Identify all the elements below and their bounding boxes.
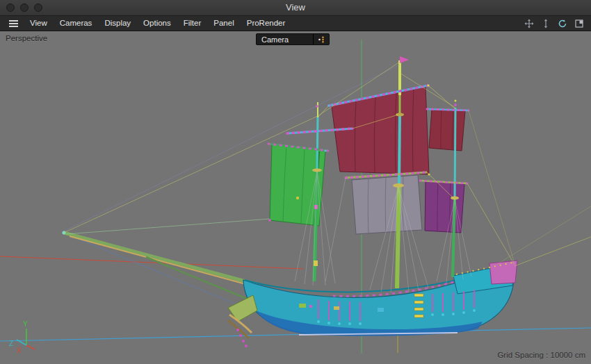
viewport-menubar: View Cameras Display Options Filter Pane… bbox=[0, 16, 591, 31]
axis-gizmo: Y Z X bbox=[9, 320, 35, 354]
ship-model bbox=[63, 56, 591, 347]
sails bbox=[270, 86, 465, 234]
menu-view[interactable]: View bbox=[24, 16, 54, 31]
viewport-nav-icons bbox=[524, 19, 591, 28]
dolly-icon[interactable] bbox=[541, 19, 551, 28]
view-window: View View Cameras Display Options Filter… bbox=[0, 0, 591, 364]
zoom-button[interactable] bbox=[34, 3, 42, 12]
sail-red-main bbox=[332, 86, 429, 174]
pan-icon[interactable] bbox=[524, 19, 534, 28]
rotate-icon[interactable] bbox=[558, 19, 567, 28]
menu-prorender[interactable]: ProRender bbox=[241, 16, 292, 31]
axis-y-label: Y bbox=[23, 320, 28, 328]
menu-display[interactable]: Display bbox=[98, 16, 137, 31]
menu-filter[interactable]: Filter bbox=[177, 16, 208, 31]
sail-purple bbox=[425, 181, 464, 233]
camera-dropdown-value: Camera bbox=[257, 35, 313, 44]
rigging bbox=[64, 62, 591, 293]
close-button[interactable] bbox=[6, 3, 15, 12]
traffic-lights bbox=[0, 3, 42, 12]
view-mode-label: Perspective bbox=[6, 34, 47, 42]
toggle-views-icon[interactable] bbox=[574, 19, 584, 28]
minimize-button[interactable] bbox=[20, 3, 29, 12]
menu-options[interactable]: Options bbox=[137, 16, 177, 31]
sail-red-mizzen bbox=[429, 109, 465, 151]
viewport-canvas[interactable]: Y Z X bbox=[0, 31, 591, 364]
axis-z-label: Z bbox=[9, 340, 13, 347]
menu-panel[interactable]: Panel bbox=[207, 16, 240, 31]
menu-icon[interactable] bbox=[0, 20, 24, 27]
sail-gray bbox=[352, 175, 422, 234]
grid-spacing-label: Grid Spacing : 10000 cm bbox=[497, 351, 585, 359]
axis-x-label: X bbox=[17, 347, 22, 354]
camera-dropdown[interactable]: Camera bbox=[256, 33, 330, 45]
window-title: View bbox=[0, 0, 591, 15]
viewport[interactable]: Y Z X Perspective Camera Grid Spacing : … bbox=[0, 31, 591, 364]
bowsprit bbox=[63, 231, 257, 308]
titlebar: View bbox=[0, 0, 591, 16]
menu-cameras[interactable]: Cameras bbox=[54, 16, 99, 31]
hull bbox=[228, 260, 517, 347]
camera-axis-icon[interactable] bbox=[313, 34, 329, 44]
